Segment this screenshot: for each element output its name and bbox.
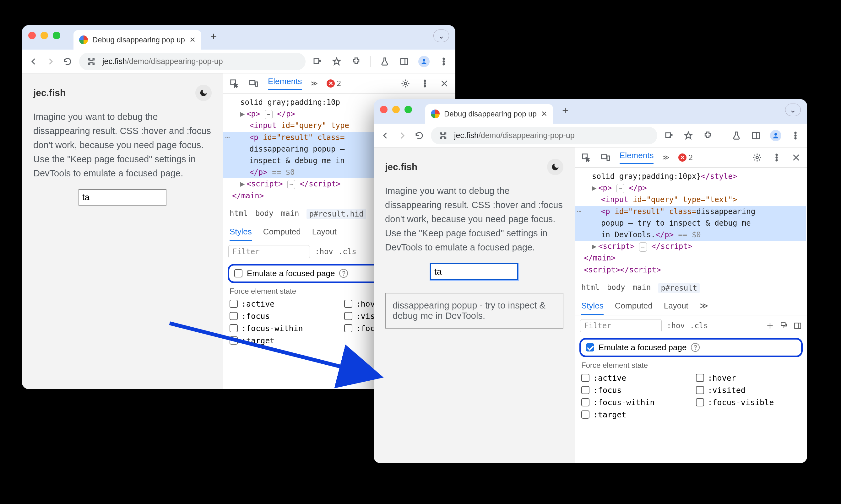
- minimize-window-icon[interactable]: [40, 32, 48, 39]
- settings-icon[interactable]: [400, 78, 411, 89]
- bookmark-icon[interactable]: [683, 130, 694, 141]
- cls-toggle[interactable]: .cls: [338, 247, 356, 256]
- more-tabs-icon[interactable]: ≫: [662, 154, 669, 162]
- site-settings-icon[interactable]: [438, 130, 449, 141]
- computed-panel-icon[interactable]: [793, 321, 802, 330]
- maximize-window-icon[interactable]: [53, 32, 60, 39]
- bookmark-icon[interactable]: [331, 56, 342, 67]
- error-badge[interactable]: ✕2: [678, 153, 693, 162]
- labs-icon[interactable]: [731, 130, 742, 141]
- emulate-focused-page-row[interactable]: Emulate a focused page ?: [579, 338, 803, 357]
- site-settings-icon[interactable]: [86, 56, 97, 67]
- state-focus[interactable]: :focus: [230, 312, 335, 321]
- subtab-computed[interactable]: Computed: [263, 227, 301, 241]
- new-style-rule-icon[interactable]: [766, 321, 774, 330]
- close-devtools-icon[interactable]: [439, 78, 450, 89]
- subtab-layout[interactable]: Layout: [312, 227, 337, 241]
- state-target[interactable]: :target: [581, 410, 686, 419]
- crumb-html[interactable]: html: [581, 283, 599, 293]
- extensions-icon[interactable]: [702, 130, 713, 141]
- crumb-html[interactable]: html: [230, 209, 248, 219]
- reload-icon[interactable]: [414, 130, 425, 141]
- more-icon[interactable]: [420, 78, 430, 89]
- subtab-computed[interactable]: Computed: [615, 301, 652, 315]
- state-active[interactable]: :active: [230, 300, 335, 308]
- close-tab-icon[interactable]: ✕: [541, 109, 547, 118]
- crumb-body[interactable]: body: [255, 209, 274, 219]
- close-window-icon[interactable]: [380, 106, 387, 113]
- error-badge[interactable]: ✕2: [327, 79, 341, 88]
- state-visited[interactable]: :visited: [696, 386, 801, 395]
- menu-icon[interactable]: [438, 56, 449, 67]
- install-icon[interactable]: [312, 56, 322, 67]
- toolbar-actions: [312, 56, 449, 67]
- crumb-main[interactable]: main: [281, 209, 299, 219]
- state-focus-within[interactable]: :focus-within: [581, 398, 686, 407]
- crumb-body[interactable]: body: [607, 283, 625, 293]
- close-tab-icon[interactable]: ✕: [189, 35, 196, 44]
- maximize-window-icon[interactable]: [404, 106, 412, 113]
- profile-avatar[interactable]: [418, 56, 430, 67]
- more-icon[interactable]: [771, 152, 782, 163]
- emulate-checkbox[interactable]: [586, 343, 594, 352]
- emulate-checkbox[interactable]: [234, 269, 242, 277]
- tab-search-button[interactable]: ⌄: [785, 104, 801, 116]
- help-icon[interactable]: ?: [339, 269, 348, 278]
- crumb-selected[interactable]: p#result: [658, 283, 700, 293]
- minimize-window-icon[interactable]: [392, 106, 400, 113]
- paint-icon[interactable]: [779, 321, 788, 330]
- styles-filter-input[interactable]: Filter: [228, 245, 310, 258]
- state-active[interactable]: :active: [581, 374, 686, 382]
- close-window-icon[interactable]: [28, 32, 36, 39]
- devtools-tab-elements[interactable]: Elements: [619, 151, 653, 164]
- reload-icon[interactable]: [62, 56, 73, 67]
- state-focus[interactable]: :focus: [581, 386, 686, 395]
- tab-title: Debug disappearing pop up: [92, 35, 185, 44]
- crumb-selected[interactable]: p#result.hid: [306, 209, 366, 219]
- browser-tab[interactable]: Debug disappearing pop up ✕: [425, 104, 553, 124]
- close-devtools-icon[interactable]: [791, 152, 802, 163]
- labs-icon[interactable]: [379, 56, 390, 67]
- query-input[interactable]: [430, 263, 518, 280]
- more-tabs-icon[interactable]: ≫: [311, 79, 318, 88]
- dom-tree[interactable]: solid gray;padding:10px}</style> ▶<p> ⋯ …: [575, 167, 807, 279]
- devtools-tab-elements[interactable]: Elements: [268, 76, 302, 90]
- hov-toggle[interactable]: :hov: [315, 247, 333, 256]
- styles-filter-input[interactable]: Filter: [580, 319, 662, 332]
- dark-mode-toggle[interactable]: [547, 159, 563, 175]
- profile-avatar[interactable]: [770, 130, 781, 141]
- tab-search-button[interactable]: ⌄: [433, 30, 449, 42]
- more-subtabs-icon[interactable]: ≫: [700, 301, 708, 315]
- side-panel-icon[interactable]: [399, 56, 409, 67]
- install-icon[interactable]: [664, 130, 674, 141]
- subtab-styles[interactable]: Styles: [581, 301, 603, 315]
- settings-icon[interactable]: [752, 152, 763, 163]
- address-bar[interactable]: jec.fish/demo/disappearing-pop-up: [79, 53, 305, 70]
- side-panel-icon[interactable]: [751, 130, 761, 141]
- device-toolbar-icon[interactable]: [248, 78, 259, 89]
- subtab-layout[interactable]: Layout: [664, 301, 688, 315]
- menu-icon[interactable]: [790, 130, 801, 141]
- subtab-styles[interactable]: Styles: [230, 227, 252, 241]
- new-tab-button[interactable]: ＋: [205, 28, 222, 44]
- breadcrumb[interactable]: html body main p#result: [575, 279, 807, 297]
- query-input[interactable]: [78, 189, 167, 205]
- browser-tab[interactable]: Debug disappearing pop up ✕: [73, 30, 201, 50]
- back-icon[interactable]: [380, 130, 391, 141]
- hov-toggle[interactable]: :hov: [667, 321, 685, 330]
- dark-mode-toggle[interactable]: [195, 85, 212, 101]
- inspect-element-icon[interactable]: [229, 78, 240, 89]
- address-bar[interactable]: jec.fish/demo/disappearing-pop-up: [431, 127, 657, 144]
- state-target[interactable]: :target: [230, 336, 335, 345]
- state-focus-within[interactable]: :focus-within: [230, 324, 335, 333]
- cls-toggle[interactable]: .cls: [690, 321, 708, 330]
- state-focus-visible[interactable]: :focus-visible: [696, 398, 801, 407]
- crumb-main[interactable]: main: [633, 283, 651, 293]
- inspect-element-icon[interactable]: [581, 152, 591, 163]
- extensions-icon[interactable]: [351, 56, 362, 67]
- help-icon[interactable]: ?: [691, 343, 700, 352]
- new-tab-button[interactable]: ＋: [557, 102, 574, 119]
- back-icon[interactable]: [28, 56, 39, 67]
- state-hover[interactable]: :hover: [696, 374, 801, 382]
- device-toolbar-icon[interactable]: [600, 152, 611, 163]
